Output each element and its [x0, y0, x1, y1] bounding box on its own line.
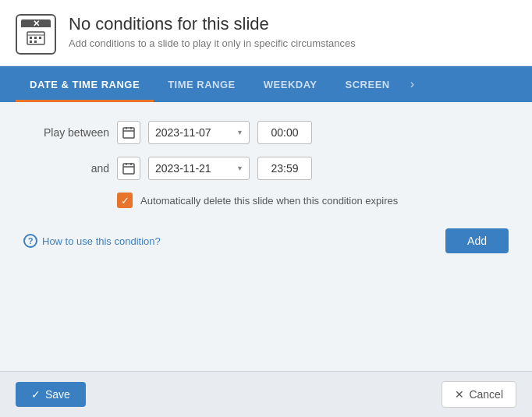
footer-area: ✓ Save ✕ Cancel — [0, 371, 532, 417]
save-button[interactable]: ✓ Save — [16, 382, 86, 407]
calendar-icon: ✕ — [16, 14, 56, 55]
save-checkmark-icon: ✓ — [31, 388, 41, 401]
end-date-calendar-button[interactable] — [117, 157, 140, 180]
play-between-row: Play between 2023-11-07 — [23, 121, 509, 144]
end-time-input[interactable] — [257, 157, 312, 180]
modal-container: ✕ No conditions for this slide Add condi… — [0, 0, 532, 417]
cancel-x-icon: ✕ — [455, 388, 464, 401]
end-date-dropdown[interactable]: 2023-11-21 — [148, 157, 250, 180]
start-date-calendar-button[interactable] — [117, 121, 140, 144]
question-icon: ? — [23, 234, 37, 248]
svg-rect-2 — [30, 37, 32, 39]
auto-delete-label: Automatically delete this slide when thi… — [140, 195, 398, 207]
svg-rect-7 — [123, 128, 134, 138]
auto-delete-checkbox[interactable]: ✓ — [117, 193, 133, 208]
start-date-dropdown-wrapper[interactable]: 2023-11-07 — [148, 121, 250, 144]
svg-rect-11 — [123, 164, 134, 174]
tab-weekday[interactable]: WEEKDAY — [250, 66, 332, 102]
start-time-input[interactable] — [257, 121, 312, 144]
help-link-text: How to use this condition? — [42, 235, 161, 247]
page-subtitle: Add conditions to a slide to play it onl… — [69, 37, 356, 49]
tab-screen[interactable]: SCREEN — [332, 66, 404, 102]
start-date-dropdown[interactable]: 2023-11-07 — [148, 121, 250, 144]
svg-rect-5 — [30, 41, 32, 43]
svg-rect-4 — [39, 37, 41, 39]
cancel-button[interactable]: ✕ Cancel — [442, 381, 516, 408]
end-date-dropdown-wrapper[interactable]: 2023-11-21 — [148, 157, 250, 180]
content-area: Play between 2023-11-07 and — [0, 102, 532, 371]
svg-rect-6 — [34, 41, 37, 43]
checkmark-icon: ✓ — [121, 196, 129, 206]
header-area: ✕ No conditions for this slide Add condi… — [0, 0, 532, 66]
and-row: and 2023-11-21 — [23, 157, 509, 180]
help-row: ? How to use this condition? Add — [23, 228, 509, 253]
tab-time-range[interactable]: TIME RANGE — [154, 66, 250, 102]
help-link[interactable]: ? How to use this condition? — [23, 234, 161, 248]
tab-bar: DATE & TIME RANGE TIME RANGE WEEKDAY SCR… — [0, 66, 532, 102]
tab-date-time-range[interactable]: DATE & TIME RANGE — [16, 66, 154, 102]
svg-rect-3 — [34, 37, 37, 39]
page-title: No conditions for this slide — [69, 14, 356, 34]
add-button[interactable]: Add — [445, 228, 509, 253]
header-text: No conditions for this slide Add conditi… — [69, 14, 356, 49]
auto-delete-row: ✓ Automatically delete this slide when t… — [117, 193, 509, 208]
and-label: and — [23, 162, 109, 175]
play-between-label: Play between — [23, 126, 109, 139]
tab-scroll-arrow[interactable]: › — [404, 66, 420, 102]
